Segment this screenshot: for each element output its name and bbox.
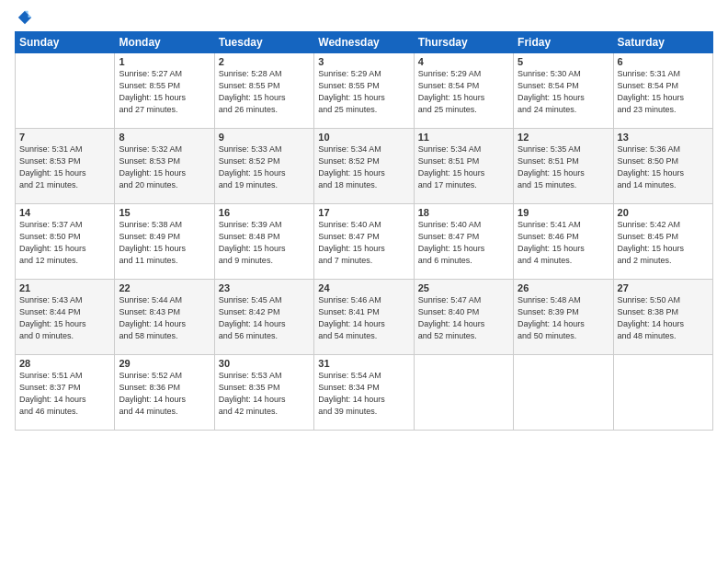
day-number: 22 xyxy=(119,282,210,293)
day-number: 17 xyxy=(318,207,409,218)
day-header-friday: Friday xyxy=(514,32,613,53)
cell-info: Sunrise: 5:38 AM Sunset: 8:49 PM Dayligh… xyxy=(119,219,210,267)
calendar-cell: 31Sunrise: 5:54 AM Sunset: 8:34 PM Dayli… xyxy=(314,355,414,431)
week-row-1: 1Sunrise: 5:27 AM Sunset: 8:55 PM Daylig… xyxy=(16,53,713,129)
day-number: 30 xyxy=(219,358,310,369)
cell-info: Sunrise: 5:34 AM Sunset: 8:52 PM Dayligh… xyxy=(318,144,409,191)
day-header-sunday: Sunday xyxy=(16,32,115,53)
day-number: 27 xyxy=(618,282,709,293)
day-number: 10 xyxy=(318,132,409,143)
calendar-cell: 22Sunrise: 5:44 AM Sunset: 8:43 PM Dayli… xyxy=(115,280,214,355)
days-header-row: SundayMondayTuesdayWednesdayThursdayFrid… xyxy=(16,32,713,53)
day-number: 25 xyxy=(418,282,509,293)
header xyxy=(15,9,713,26)
cell-info: Sunrise: 5:31 AM Sunset: 8:53 PM Dayligh… xyxy=(19,144,110,191)
calendar-cell xyxy=(16,53,115,129)
day-number: 9 xyxy=(219,132,310,143)
calendar-cell: 29Sunrise: 5:52 AM Sunset: 8:36 PM Dayli… xyxy=(115,355,214,431)
cell-info: Sunrise: 5:30 AM Sunset: 8:54 PM Dayligh… xyxy=(518,68,609,116)
calendar-cell: 1Sunrise: 5:27 AM Sunset: 8:55 PM Daylig… xyxy=(115,53,214,129)
calendar-cell: 18Sunrise: 5:40 AM Sunset: 8:47 PM Dayli… xyxy=(414,204,513,280)
day-number: 4 xyxy=(418,56,509,67)
calendar-cell: 10Sunrise: 5:34 AM Sunset: 8:52 PM Dayli… xyxy=(314,129,414,204)
cell-info: Sunrise: 5:50 AM Sunset: 8:38 PM Dayligh… xyxy=(618,294,709,342)
calendar-cell: 11Sunrise: 5:34 AM Sunset: 8:51 PM Dayli… xyxy=(414,129,513,204)
calendar-cell: 25Sunrise: 5:47 AM Sunset: 8:40 PM Dayli… xyxy=(414,280,513,355)
day-number: 21 xyxy=(19,282,110,293)
calendar-cell: 15Sunrise: 5:38 AM Sunset: 8:49 PM Dayli… xyxy=(115,204,214,280)
cell-info: Sunrise: 5:31 AM Sunset: 8:54 PM Dayligh… xyxy=(618,68,709,116)
day-number: 11 xyxy=(418,132,509,143)
week-row-5: 28Sunrise: 5:51 AM Sunset: 8:37 PM Dayli… xyxy=(16,355,713,431)
day-number: 23 xyxy=(219,282,310,293)
calendar-cell: 16Sunrise: 5:39 AM Sunset: 8:48 PM Dayli… xyxy=(214,204,313,280)
calendar-cell: 5Sunrise: 5:30 AM Sunset: 8:54 PM Daylig… xyxy=(514,53,613,129)
calendar-cell: 20Sunrise: 5:42 AM Sunset: 8:45 PM Dayli… xyxy=(613,204,712,280)
cell-info: Sunrise: 5:36 AM Sunset: 8:50 PM Dayligh… xyxy=(618,144,709,191)
cell-info: Sunrise: 5:54 AM Sunset: 8:34 PM Dayligh… xyxy=(318,370,409,418)
cell-info: Sunrise: 5:41 AM Sunset: 8:46 PM Dayligh… xyxy=(518,219,609,267)
calendar-cell: 4Sunrise: 5:29 AM Sunset: 8:54 PM Daylig… xyxy=(414,53,513,129)
cell-info: Sunrise: 5:35 AM Sunset: 8:51 PM Dayligh… xyxy=(518,144,609,191)
calendar-cell: 8Sunrise: 5:32 AM Sunset: 8:53 PM Daylig… xyxy=(115,129,214,204)
day-number: 18 xyxy=(418,207,509,218)
cell-info: Sunrise: 5:53 AM Sunset: 8:35 PM Dayligh… xyxy=(219,370,310,418)
calendar-cell xyxy=(514,355,613,431)
cell-info: Sunrise: 5:27 AM Sunset: 8:55 PM Dayligh… xyxy=(119,68,210,116)
day-number: 26 xyxy=(518,282,609,293)
calendar-cell: 9Sunrise: 5:33 AM Sunset: 8:52 PM Daylig… xyxy=(214,129,313,204)
calendar-cell: 23Sunrise: 5:45 AM Sunset: 8:42 PM Dayli… xyxy=(214,280,313,355)
calendar-cell: 12Sunrise: 5:35 AM Sunset: 8:51 PM Dayli… xyxy=(514,129,613,204)
page: SundayMondayTuesdayWednesdayThursdayFrid… xyxy=(0,0,728,563)
calendar-cell: 27Sunrise: 5:50 AM Sunset: 8:38 PM Dayli… xyxy=(613,280,712,355)
cell-info: Sunrise: 5:39 AM Sunset: 8:48 PM Dayligh… xyxy=(219,219,310,267)
calendar-cell: 17Sunrise: 5:40 AM Sunset: 8:47 PM Dayli… xyxy=(314,204,414,280)
cell-info: Sunrise: 5:46 AM Sunset: 8:41 PM Dayligh… xyxy=(318,294,409,342)
cell-info: Sunrise: 5:43 AM Sunset: 8:44 PM Dayligh… xyxy=(19,294,110,342)
cell-info: Sunrise: 5:51 AM Sunset: 8:37 PM Dayligh… xyxy=(19,370,110,418)
cell-info: Sunrise: 5:33 AM Sunset: 8:52 PM Dayligh… xyxy=(219,144,310,191)
calendar-cell xyxy=(414,355,513,431)
calendar-cell: 30Sunrise: 5:53 AM Sunset: 8:35 PM Dayli… xyxy=(214,355,313,431)
calendar-cell: 3Sunrise: 5:29 AM Sunset: 8:55 PM Daylig… xyxy=(314,53,414,129)
calendar-table: SundayMondayTuesdayWednesdayThursdayFrid… xyxy=(15,31,713,431)
cell-info: Sunrise: 5:29 AM Sunset: 8:54 PM Dayligh… xyxy=(418,68,509,116)
calendar-cell: 2Sunrise: 5:28 AM Sunset: 8:55 PM Daylig… xyxy=(214,53,313,129)
calendar-cell: 7Sunrise: 5:31 AM Sunset: 8:53 PM Daylig… xyxy=(16,129,115,204)
cell-info: Sunrise: 5:28 AM Sunset: 8:55 PM Dayligh… xyxy=(219,68,310,116)
day-number: 6 xyxy=(618,56,709,67)
week-row-2: 7Sunrise: 5:31 AM Sunset: 8:53 PM Daylig… xyxy=(16,129,713,204)
day-header-monday: Monday xyxy=(115,32,214,53)
day-number: 8 xyxy=(119,132,210,143)
calendar-cell: 21Sunrise: 5:43 AM Sunset: 8:44 PM Dayli… xyxy=(16,280,115,355)
logo-icon xyxy=(17,9,33,26)
day-number: 31 xyxy=(318,358,409,369)
cell-info: Sunrise: 5:44 AM Sunset: 8:43 PM Dayligh… xyxy=(119,294,210,342)
cell-info: Sunrise: 5:40 AM Sunset: 8:47 PM Dayligh… xyxy=(418,219,509,267)
calendar-cell: 24Sunrise: 5:46 AM Sunset: 8:41 PM Dayli… xyxy=(314,280,414,355)
calendar-cell: 6Sunrise: 5:31 AM Sunset: 8:54 PM Daylig… xyxy=(613,53,712,129)
calendar-cell xyxy=(613,355,712,431)
day-number: 7 xyxy=(19,132,110,143)
cell-info: Sunrise: 5:29 AM Sunset: 8:55 PM Dayligh… xyxy=(318,68,409,116)
week-row-4: 21Sunrise: 5:43 AM Sunset: 8:44 PM Dayli… xyxy=(16,280,713,355)
day-number: 1 xyxy=(119,56,210,67)
day-header-saturday: Saturday xyxy=(613,32,712,53)
day-header-thursday: Thursday xyxy=(414,32,513,53)
cell-info: Sunrise: 5:37 AM Sunset: 8:50 PM Dayligh… xyxy=(19,219,110,267)
day-number: 14 xyxy=(19,207,110,218)
day-header-wednesday: Wednesday xyxy=(314,32,414,53)
calendar-cell: 19Sunrise: 5:41 AM Sunset: 8:46 PM Dayli… xyxy=(514,204,613,280)
cell-info: Sunrise: 5:45 AM Sunset: 8:42 PM Dayligh… xyxy=(219,294,310,342)
day-number: 19 xyxy=(518,207,609,218)
day-number: 20 xyxy=(618,207,709,218)
day-number: 29 xyxy=(119,358,210,369)
calendar-cell: 26Sunrise: 5:48 AM Sunset: 8:39 PM Dayli… xyxy=(514,280,613,355)
cell-info: Sunrise: 5:42 AM Sunset: 8:45 PM Dayligh… xyxy=(618,219,709,267)
cell-info: Sunrise: 5:47 AM Sunset: 8:40 PM Dayligh… xyxy=(418,294,509,342)
calendar-cell: 13Sunrise: 5:36 AM Sunset: 8:50 PM Dayli… xyxy=(613,129,712,204)
calendar-cell: 14Sunrise: 5:37 AM Sunset: 8:50 PM Dayli… xyxy=(16,204,115,280)
day-number: 28 xyxy=(19,358,110,369)
day-number: 2 xyxy=(219,56,310,67)
week-row-3: 14Sunrise: 5:37 AM Sunset: 8:50 PM Dayli… xyxy=(16,204,713,280)
